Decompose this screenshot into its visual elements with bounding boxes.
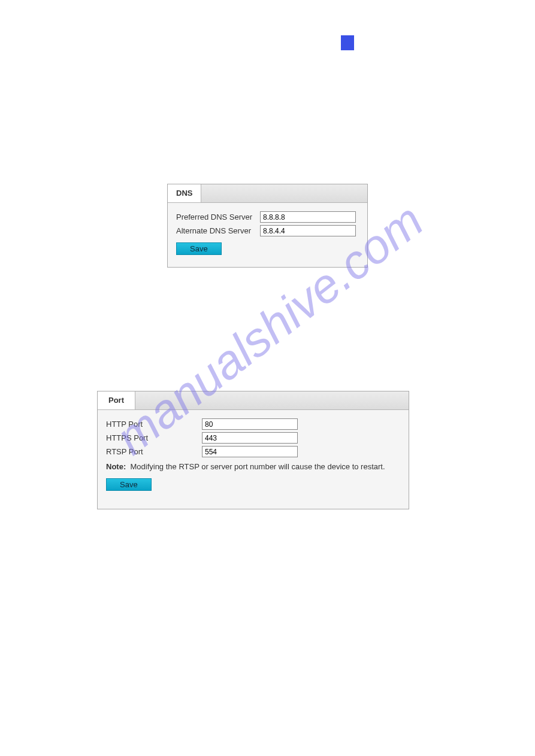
port-panel: Port HTTP Port HTTPS Port RTSP Port Note… — [97, 391, 409, 509]
tab-dns[interactable]: DNS — [168, 184, 201, 202]
preferred-dns-row: Preferred DNS Server — [176, 211, 359, 223]
tab-port[interactable]: Port — [98, 391, 135, 409]
rtsp-port-row: RTSP Port — [106, 446, 400, 457]
preferred-dns-label: Preferred DNS Server — [176, 212, 260, 221]
alternate-dns-input[interactable] — [260, 225, 356, 236]
alternate-dns-row: Alternate DNS Server — [176, 225, 359, 236]
rtsp-port-label: RTSP Port — [106, 447, 202, 456]
dns-tabbar: DNS — [168, 184, 367, 203]
watermark-text: manualshive.com — [0, 17, 535, 642]
port-save-button[interactable]: Save — [106, 478, 152, 491]
dns-panel: DNS Preferred DNS Server Alternate DNS S… — [167, 184, 368, 268]
port-note: Note: Modifying the RTSP or server port … — [106, 462, 400, 471]
https-port-row: HTTPS Port — [106, 432, 400, 444]
https-port-input[interactable] — [202, 432, 298, 444]
preferred-dns-input[interactable] — [260, 211, 356, 223]
dns-save-button[interactable]: Save — [176, 242, 222, 255]
rtsp-port-input[interactable] — [202, 446, 298, 457]
http-port-row: HTTP Port — [106, 418, 400, 430]
dns-panel-body: Preferred DNS Server Alternate DNS Serve… — [168, 203, 367, 261]
decorative-square — [341, 35, 354, 50]
https-port-label: HTTPS Port — [106, 433, 202, 442]
port-tabbar: Port — [98, 391, 409, 410]
http-port-input[interactable] — [202, 418, 298, 430]
port-panel-body: HTTP Port HTTPS Port RTSP Port Note: Mod… — [98, 410, 409, 497]
http-port-label: HTTP Port — [106, 420, 202, 429]
alternate-dns-label: Alternate DNS Server — [176, 226, 260, 235]
note-prefix: Note: — [106, 462, 126, 471]
note-text: Modifying the RTSP or server port number… — [130, 462, 385, 471]
